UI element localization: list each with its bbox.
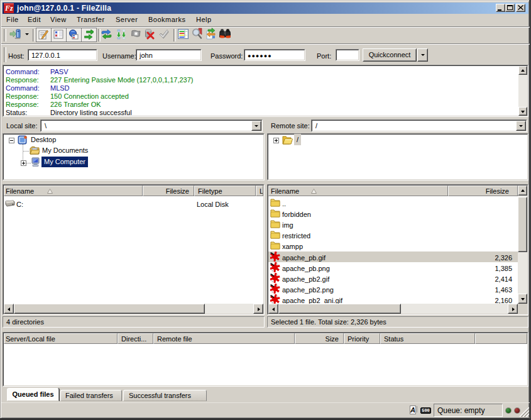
- svg-text:Fz: Fz: [4, 4, 13, 13]
- svg-text:A: A: [410, 406, 415, 414]
